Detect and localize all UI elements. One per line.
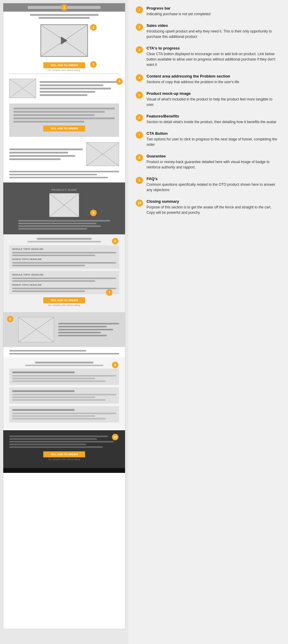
badge-8: 8 — [7, 316, 13, 322]
feature-card-2: MODULE TOPIC HEADLINE BONUS TOPIC HEADLI… — [9, 271, 119, 294]
badge-10: 10 — [112, 434, 118, 440]
ann-content-4: Content area addressing the Problem sect… — [147, 74, 281, 85]
ann-content-10: Closing summary Purpose of this section … — [147, 199, 281, 215]
text-line — [9, 350, 86, 352]
annotation-3: 3 CTA's to progress Clear CTA button dis… — [136, 46, 281, 67]
lines-block-2 — [9, 148, 83, 160]
ann-title-5: Product mock-up image — [147, 91, 281, 96]
ann-title-4: Content area addressing the Problem sect… — [147, 74, 281, 78]
text-line — [12, 378, 95, 379]
product-img-wrapper: 5 — [9, 193, 119, 217]
ann-content-2: Sales video Introducing upsell product a… — [147, 23, 281, 39]
ann-badge-9: 9 — [136, 177, 143, 184]
annotation-1: 1 Progress bar Indicating purchase is no… — [136, 6, 281, 17]
badge-1: 1 — [61, 4, 67, 11]
ann-desc-8: Product or money-back guarantee detailed… — [147, 159, 281, 170]
text-line — [12, 394, 116, 395]
text-line — [12, 415, 95, 417]
text-line — [40, 84, 103, 86]
cta-top-section: YES, ADD TO ORDER No, complete order wit… — [3, 62, 125, 71]
skip-link-closing[interactable]: No, complete order without adding — [9, 458, 119, 460]
text-line — [9, 158, 61, 160]
text-line — [12, 288, 116, 289]
dark-line — [18, 223, 96, 224]
annotation-7: 7 CTA Button Two options for user to cli… — [136, 131, 281, 147]
badge-6: 6 — [112, 238, 118, 244]
text-line — [58, 335, 107, 336]
text-line — [25, 365, 103, 366]
ann-badge-5: 5 — [136, 92, 143, 99]
faq-item-3 — [9, 406, 119, 422]
badge-5: 5 — [90, 210, 97, 216]
annotation-6: 6 Features/Benefits Section to detail wh… — [136, 114, 281, 125]
text-line — [12, 399, 106, 401]
text-line — [12, 265, 85, 266]
feature-card-1: MODULE TOPIC HEADLINE BONUS TOPIC HEADLI… — [9, 245, 119, 269]
text-line — [13, 121, 84, 123]
closing-section: 10 YES, ADD TO ORDER No, complete order … — [3, 430, 125, 468]
inter-section-lines — [3, 347, 125, 357]
annotation-8: 8 Guarantee Product or money-back guaran… — [136, 154, 281, 170]
ann-badge-2: 2 — [136, 24, 143, 31]
text-line — [40, 94, 87, 96]
ann-desc-3: Clear CTA button displayed to encourage … — [147, 51, 281, 67]
closing-lines — [9, 436, 119, 448]
skip-link-mid[interactable]: No, complete order without adding — [9, 304, 119, 306]
lines-block-1 — [40, 79, 119, 98]
left-panel: 1 2 YES, ADD TO ORDER No, complete order… — [0, 0, 128, 644]
product-img-placeholder — [49, 193, 79, 217]
features-section: 6 MODULE TOPIC HEADLINE BONUS TOPIC HEAD… — [3, 234, 125, 312]
yes-add-to-order-btn-closing[interactable]: YES, ADD TO ORDER — [43, 451, 85, 457]
extra-lines-section — [3, 169, 125, 180]
ann-title-2: Sales video — [147, 23, 281, 28]
text-line — [12, 280, 95, 282]
text-line — [12, 262, 116, 264]
ann-content-3: CTA's to progress Clear CTA button displ… — [147, 46, 281, 67]
faq-section: 9 — [3, 357, 125, 429]
badge-4: 4 — [116, 78, 123, 85]
text-line — [13, 108, 115, 109]
text-line — [27, 241, 101, 242]
yes-add-to-order-btn-top[interactable]: YES, ADD TO ORDER — [43, 62, 85, 68]
dark-line — [18, 228, 87, 230]
text-line — [40, 88, 111, 89]
ann-content-6: Features/Benefits Section to detail what… — [147, 114, 281, 125]
badge-7: 7 — [106, 289, 113, 296]
img-placeholder-1 — [9, 79, 36, 98]
text-line — [58, 329, 113, 330]
text-line — [35, 362, 94, 363]
bonus-headline-2: BONUS TOPIC HEADLINE — [12, 284, 116, 286]
text-line — [9, 148, 83, 150]
bottom-bar — [3, 468, 125, 473]
text-line — [13, 117, 115, 119]
guarantee-lines — [58, 323, 119, 336]
text-line — [58, 332, 101, 333]
ann-title-6: Features/Benefits — [147, 114, 281, 118]
text-line — [9, 171, 119, 172]
copy-block-1: YES, ADD TO ORDER — [9, 103, 119, 137]
text-line — [12, 418, 106, 419]
bonus-headline-1: BONUS TOPIC HEADLINE — [12, 258, 116, 261]
faq-question-line — [12, 409, 75, 411]
dark-line — [18, 220, 110, 222]
annotation-2: 2 Sales video Introducing upsell product… — [136, 23, 281, 39]
divider-1 — [9, 74, 119, 74]
guarantee-section: 8 — [3, 312, 125, 347]
ann-badge-3: 3 — [136, 46, 143, 53]
video-placeholder — [40, 24, 88, 57]
text-line — [37, 238, 92, 240]
yes-add-to-order-btn-2[interactable]: YES, ADD TO ORDER — [43, 126, 85, 131]
yes-add-to-order-btn-3[interactable]: YES, ADD TO ORDER — [43, 297, 85, 303]
text-line — [9, 353, 119, 354]
ann-title-10: Closing summary — [147, 199, 281, 204]
ann-title-8: Guarantee — [147, 154, 281, 158]
text-line — [13, 111, 105, 113]
ann-desc-7: Two options for user to click to progres… — [147, 137, 281, 147]
ann-content-9: FAQ's Common questions specifically rela… — [147, 177, 281, 193]
annotation-5: 5 Product mock-up image Visual of what's… — [136, 91, 281, 107]
skip-link-top[interactable]: No, complete order without adding — [3, 69, 125, 71]
right-panel: 1 Progress bar Indicating purchase is no… — [128, 0, 288, 644]
dark-line — [18, 225, 101, 227]
text-line — [12, 397, 95, 398]
ann-title-3: CTA's to progress — [147, 46, 281, 50]
